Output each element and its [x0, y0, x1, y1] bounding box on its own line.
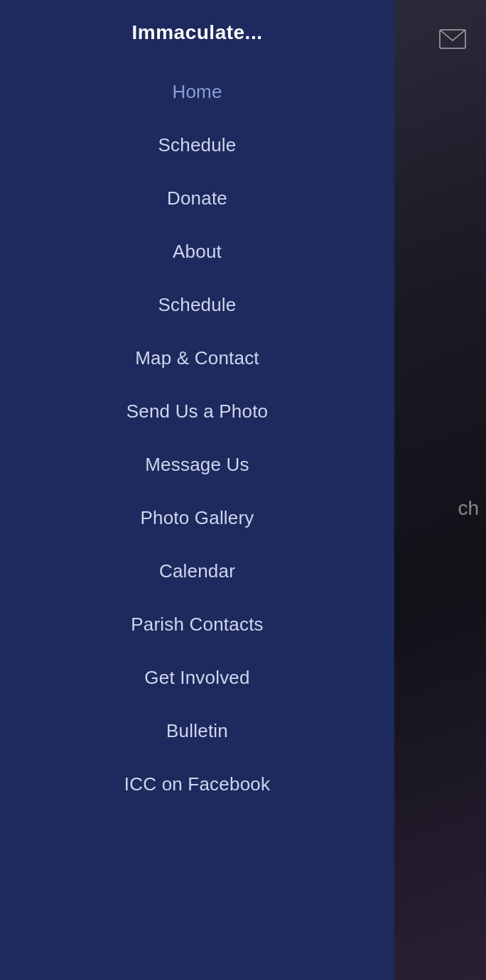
nav-title: Immaculate...	[132, 21, 263, 44]
nav-item-map-contact[interactable]: Map & Contact	[0, 332, 394, 385]
nav-item-icc-facebook[interactable]: ICC on Facebook	[0, 758, 394, 811]
nav-item-get-involved[interactable]: Get Involved	[0, 651, 394, 704]
nav-item-calendar[interactable]: Calendar	[0, 545, 394, 598]
nav-item-schedule-1[interactable]: Schedule	[0, 119, 394, 172]
nav-item-about[interactable]: About	[0, 225, 394, 278]
nav-item-parish-contacts[interactable]: Parish Contacts	[0, 598, 394, 651]
envelope-icon	[439, 29, 466, 49]
background-overlay	[391, 0, 486, 980]
nav-item-schedule-2[interactable]: Schedule	[0, 278, 394, 332]
nav-item-home[interactable]: Home	[0, 65, 394, 119]
nav-item-donate[interactable]: Donate	[0, 172, 394, 225]
email-icon-button[interactable]	[433, 20, 472, 58]
nav-drawer: Immaculate... Home Schedule Donate About…	[0, 0, 394, 980]
nav-item-photo-gallery[interactable]: Photo Gallery	[0, 491, 394, 545]
nav-item-bulletin[interactable]: Bulletin	[0, 704, 394, 758]
nav-menu: Home Schedule Donate About Schedule Map …	[0, 65, 394, 811]
partial-background-text: ch	[458, 497, 479, 520]
nav-item-message-us[interactable]: Message Us	[0, 438, 394, 491]
nav-item-send-photo[interactable]: Send Us a Photo	[0, 385, 394, 438]
